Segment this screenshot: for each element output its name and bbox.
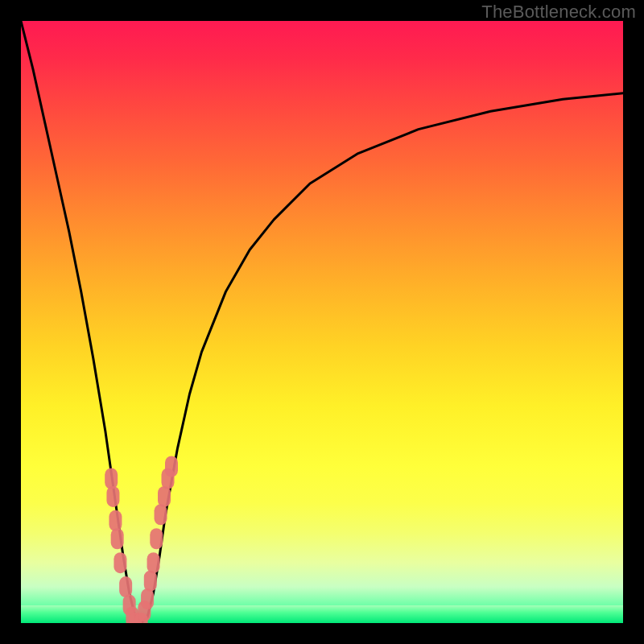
plot-area [21,21,623,623]
chart-frame: TheBottleneck.com [0,0,644,644]
data-point [144,571,157,592]
data-point [150,528,163,549]
data-point [158,486,171,507]
data-point [114,552,126,573]
data-point [119,576,132,597]
data-point [141,588,154,609]
curve-layer [21,21,623,623]
data-point [147,552,160,573]
watermark-text: TheBottleneck.com [481,2,636,23]
data-point [165,456,178,477]
data-point [109,510,122,531]
data-point [155,504,167,525]
data-point [105,468,118,489]
data-point [106,486,119,507]
data-point [111,528,124,549]
